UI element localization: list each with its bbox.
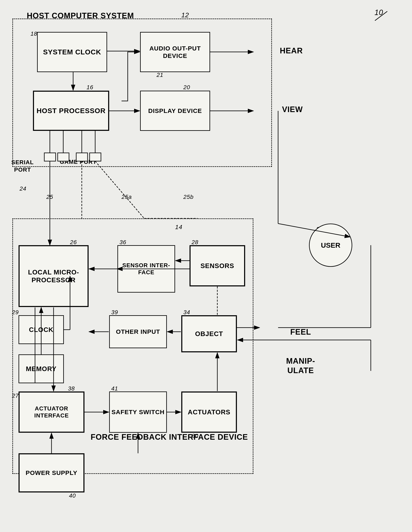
power-supply-box: POWER SUPPLY xyxy=(19,453,84,493)
hear-label: HEAR xyxy=(280,46,303,55)
safety-switch-box: SAFETY SWITCH xyxy=(109,391,167,433)
ref-26: 26 xyxy=(70,239,77,246)
manipulate-label: MANIP-ULATE xyxy=(286,356,315,375)
svg-line-19 xyxy=(95,161,144,218)
sensor-interface-box: SENSOR INTER-FACE xyxy=(117,245,175,293)
feel-label: FEEL xyxy=(290,328,311,336)
ref-10: 10 xyxy=(375,8,383,17)
ffid-label: FORCE FEEDBACK INTERFACE DEVICE xyxy=(91,433,248,442)
other-input-box: OTHER INPUT xyxy=(109,315,167,348)
clock-box: CLOCK xyxy=(19,315,64,344)
host-processor-box: HOST PROCESSOR xyxy=(33,91,109,131)
ref-38: 38 xyxy=(68,385,75,392)
ref-41: 41 xyxy=(111,385,118,392)
ref-18: 18 xyxy=(30,30,37,37)
ref-20: 20 xyxy=(183,84,190,91)
host-computer-label: HOST COMPUTER SYSTEM xyxy=(27,11,134,20)
ref-34: 34 xyxy=(183,309,190,316)
object-box: OBJECT xyxy=(181,315,237,352)
local-microprocessor-box: LOCAL MICRO-PROCESSOR xyxy=(19,245,89,307)
ref-25b: 25b xyxy=(183,194,194,200)
display-device-box: DISPLAY DEVICE xyxy=(140,91,210,131)
ref-24: 24 xyxy=(19,185,26,192)
ref-25: 25 xyxy=(46,194,53,200)
view-label: VIEW xyxy=(282,105,303,114)
ref-28: 28 xyxy=(192,239,198,246)
serial-port-label: SERIALPORT xyxy=(11,159,34,174)
ref-29: 29 xyxy=(12,309,19,316)
audio-output-box: AUDIO OUT-PUT DEVICE xyxy=(140,32,210,72)
ref-30: 30 xyxy=(192,433,198,439)
ref-21: 21 xyxy=(157,72,163,78)
ref-36: 36 xyxy=(120,239,126,246)
actuators-box: ACTUATORS xyxy=(181,391,237,433)
sensors-box: SENSORS xyxy=(189,245,245,286)
ref-27: 27 xyxy=(12,392,19,399)
ref-16: 16 xyxy=(86,84,93,91)
diagram: 10 HOST COMPUTER SYSTEM 12 SYSTEM CLOCK … xyxy=(0,0,412,532)
ref-25a: 25a xyxy=(122,194,132,200)
system-clock-box: SYSTEM CLOCK xyxy=(37,32,107,72)
ref-39: 39 xyxy=(111,309,118,316)
actuator-interface-box: ACTUATOR INTERFACE xyxy=(19,391,84,433)
game-port-label: GAME PORT xyxy=(60,159,97,165)
ref-40: 40 xyxy=(69,493,76,499)
memory-box: MEMORY xyxy=(19,354,64,383)
ref-12: 12 xyxy=(181,11,189,19)
user-circle: USER xyxy=(309,224,352,267)
